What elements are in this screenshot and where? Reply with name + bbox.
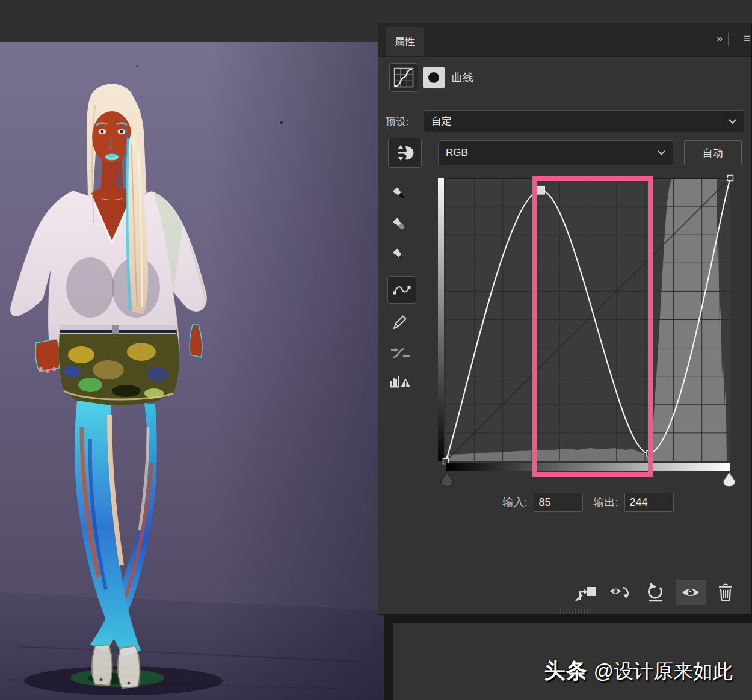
eyedropper-gray-icon bbox=[391, 216, 409, 234]
eyedropper-black-icon bbox=[391, 185, 409, 203]
chevron-down-icon bbox=[729, 119, 736, 124]
clip-to-layer-button[interactable] bbox=[571, 580, 601, 605]
watermark-handle: @设计原来如此 bbox=[594, 660, 733, 682]
channel-value: RGB bbox=[446, 147, 468, 159]
input-label: 输入: bbox=[502, 495, 527, 509]
targeted-adjustment-icon bbox=[395, 144, 415, 162]
curve-points-icon bbox=[392, 283, 411, 296]
lower-panel: 头条@设计原来如此 bbox=[393, 623, 752, 700]
tab-properties[interactable]: 属性 bbox=[386, 27, 424, 56]
preset-label: 预设: bbox=[386, 115, 409, 129]
inverted-photo-of-woman bbox=[0, 42, 385, 700]
clip-to-layer-icon bbox=[574, 583, 598, 601]
white-point-slider[interactable] bbox=[721, 471, 737, 488]
tabbar-divider bbox=[728, 33, 729, 46]
output-label: 输出: bbox=[594, 495, 618, 509]
collapse-panel-icon[interactable]: » bbox=[716, 32, 723, 45]
panel-tab-bar: 属性 » ≡ bbox=[378, 23, 751, 57]
reset-icon bbox=[646, 583, 666, 602]
white-point-eyedropper[interactable] bbox=[390, 245, 410, 266]
reset-button[interactable] bbox=[641, 580, 671, 605]
properties-panel: 属性 » ≡ 曲线 预设: 自定 R bbox=[378, 23, 752, 615]
black-point-slider[interactable] bbox=[439, 471, 455, 488]
curve-readout-row: 输入: 输出: bbox=[446, 493, 730, 512]
view-previous-state-button[interactable] bbox=[606, 580, 636, 605]
toggle-visibility-button[interactable] bbox=[676, 580, 706, 605]
eye-icon bbox=[680, 585, 701, 600]
targeted-adjustment-tool-button[interactable] bbox=[388, 138, 422, 168]
mask-circle bbox=[428, 72, 439, 83]
edit-points-tool-button[interactable] bbox=[387, 276, 416, 304]
output-gradient-strip bbox=[438, 178, 444, 461]
histogram-warning-icon bbox=[389, 372, 412, 390]
auto-button[interactable]: 自动 bbox=[684, 140, 742, 165]
eye-arrow-icon bbox=[609, 583, 633, 601]
histogram-warning-button[interactable] bbox=[389, 371, 413, 391]
gray-point-eyedropper[interactable] bbox=[390, 215, 410, 235]
output-value-field[interactable] bbox=[624, 493, 674, 512]
delete-adjustment-button[interactable] bbox=[710, 580, 741, 605]
chevron-down-icon bbox=[658, 150, 665, 155]
preset-value: 自定 bbox=[431, 114, 452, 128]
header-divider bbox=[378, 96, 751, 96]
curve-highlight-box bbox=[532, 176, 653, 477]
panel-menu-icon[interactable]: ≡ bbox=[744, 32, 750, 45]
adjustment-title: 曲线 bbox=[452, 70, 473, 85]
channel-dropdown[interactable]: RGB bbox=[438, 140, 673, 165]
black-point-eyedropper[interactable] bbox=[390, 184, 410, 204]
pencil-tool[interactable] bbox=[390, 311, 410, 333]
preset-dropdown[interactable]: 自定 bbox=[424, 110, 744, 132]
input-value-field[interactable] bbox=[534, 493, 583, 512]
watermark: 头条@设计原来如此 bbox=[544, 657, 733, 685]
trash-icon bbox=[717, 583, 735, 602]
curves-adjustment-icon-button[interactable] bbox=[389, 63, 418, 92]
smooth-curve-button[interactable] bbox=[390, 343, 411, 363]
curves-grid-icon bbox=[393, 67, 414, 88]
pencil-icon bbox=[391, 313, 409, 331]
watermark-brand: 头条 bbox=[544, 659, 588, 682]
document-canvas[interactable] bbox=[0, 42, 385, 700]
eyedropper-white-icon bbox=[391, 247, 409, 265]
layer-mask-icon[interactable] bbox=[423, 67, 445, 88]
smooth-curve-icon bbox=[390, 345, 411, 361]
panel-footer-toolbar bbox=[378, 577, 751, 607]
panel-resize-grip[interactable] bbox=[560, 609, 588, 614]
lower-panel-area: 头条@设计原来如此 bbox=[384, 615, 752, 700]
